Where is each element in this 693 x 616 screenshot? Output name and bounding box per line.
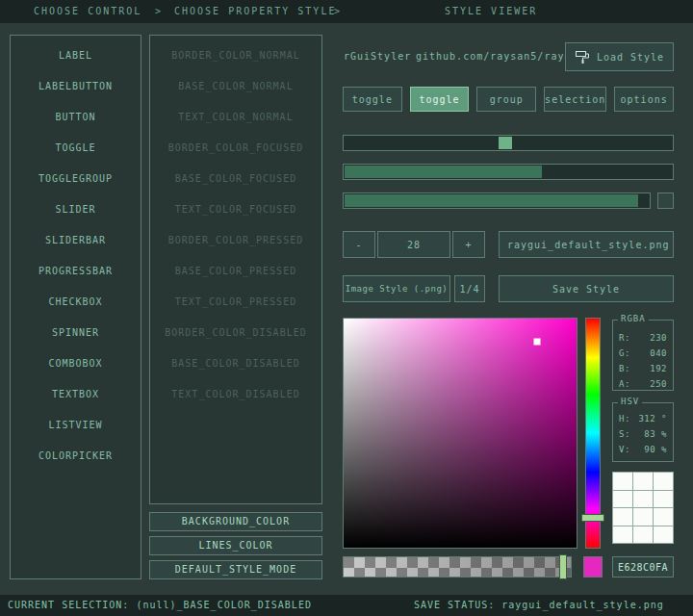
spinner-increment-button[interactable]: + xyxy=(452,231,485,258)
palette-cell[interactable] xyxy=(654,526,673,544)
palette-cell[interactable] xyxy=(633,473,653,490)
control-list-item-combobox[interactable]: COMBOBOX xyxy=(11,348,141,379)
status-bar: CURRENT SELECTION: (null)_BASE_COLOR_DIS… xyxy=(0,595,693,616)
property-item-border-color-pressed[interactable]: BORDER_COLOR_PRESSED xyxy=(150,225,321,256)
current-color-swatch xyxy=(583,556,603,578)
palette-cell[interactable] xyxy=(633,508,653,526)
property-item-border-color-disabled[interactable]: BORDER_COLOR_DISABLED xyxy=(150,318,321,348)
palette-cell[interactable] xyxy=(633,491,653,508)
section-title-style-viewer: STYLE VIEWER xyxy=(445,0,537,23)
section-header-bar: CHOOSE CONTROL > CHOOSE PROPERTY STYLE >… xyxy=(0,0,693,23)
spinner-value-box[interactable]: 28 xyxy=(377,231,450,258)
hue-value: 312 xyxy=(638,414,655,424)
control-list-item-colorpicker[interactable]: COLORPICKER xyxy=(11,441,141,472)
save-style-button[interactable]: Save Style xyxy=(499,275,674,302)
background-color-button[interactable]: BACKGROUND_COLOR xyxy=(149,512,322,531)
control-list-item-checkbox[interactable]: CHECKBOX xyxy=(11,287,141,318)
control-list-item-textbox[interactable]: TEXTBOX xyxy=(11,379,141,410)
alpha-handle[interactable] xyxy=(559,554,567,579)
val-unit: % xyxy=(661,445,667,454)
lines-color-button[interactable]: LINES_COLOR xyxy=(149,536,322,555)
property-item-text-color-disabled[interactable]: TEXT_COLOR_DISABLED xyxy=(150,379,321,410)
property-item-border-color-focused[interactable]: BORDER_COLOR_FOCUSED xyxy=(150,133,321,164)
hue-bar[interactable] xyxy=(585,318,601,549)
hsv-title: HSV xyxy=(618,397,642,406)
control-list-item-listview[interactable]: LISTVIEW xyxy=(11,410,141,441)
property-item-base-color-focused[interactable]: BASE_COLOR_FOCUSED xyxy=(150,164,321,194)
val-label: V: xyxy=(619,442,630,457)
section-title-choose-property-style: CHOOSE PROPERTY STYLE xyxy=(174,0,336,23)
style-filename-input[interactable]: raygui_default_style.png xyxy=(499,231,674,258)
control-list-item-label[interactable]: LABEL xyxy=(11,40,141,71)
slider-demo[interactable] xyxy=(343,135,674,151)
progressbar-fill xyxy=(345,194,638,207)
rguistyler-window: CHOOSE CONTROL > CHOOSE PROPERTY STYLE >… xyxy=(0,0,693,616)
rgba-title: RGBA xyxy=(618,314,649,323)
property-item-text-color-focused[interactable]: TEXT_COLOR_FOCUSED xyxy=(150,194,321,225)
color-palette-grid xyxy=(612,472,674,544)
default-style-mode-button[interactable]: DEFAULT_STYLE_MODE xyxy=(149,560,322,579)
progressbar-demo xyxy=(343,192,651,209)
property-item-text-color-pressed[interactable]: TEXT_COLOR_PRESSED xyxy=(150,287,321,318)
control-list-item-spinner[interactable]: SPINNER xyxy=(11,318,141,348)
paint-roller-icon xyxy=(575,49,590,64)
toggle-group-button[interactable]: toggle xyxy=(343,87,402,112)
property-item-base-color-disabled[interactable]: BASE_COLOR_DISABLED xyxy=(150,348,321,379)
palette-cell[interactable] xyxy=(654,473,673,490)
palette-cell[interactable] xyxy=(654,508,673,526)
green-label: G: xyxy=(619,346,630,361)
controls-list: LABEL LABELBUTTON BUTTON TOGGLE TOGGLEGR… xyxy=(10,35,141,579)
palette-cell[interactable] xyxy=(613,526,632,544)
save-status: SAVE STATUS: raygui_default_style.png xyxy=(414,595,664,616)
toggle-group-button[interactable]: options xyxy=(614,87,674,112)
repo-link: github.com/raysan5/raygui xyxy=(416,51,585,62)
hue-unit: ° xyxy=(661,414,667,424)
picker-cursor[interactable] xyxy=(533,338,540,345)
red-value: 230 xyxy=(650,330,667,346)
control-list-item-labelbutton[interactable]: LABELBUTTON xyxy=(11,71,141,102)
sat-unit: % xyxy=(661,429,667,439)
property-item-border-color-normal[interactable]: BORDER_COLOR_NORMAL xyxy=(150,40,321,71)
hsv-groupbox: HSV H:312 ° S:83 % V:90 % xyxy=(612,402,674,462)
slider-handle[interactable] xyxy=(499,137,512,149)
sliderbar-fill xyxy=(345,166,542,178)
palette-cell[interactable] xyxy=(654,491,673,508)
control-list-item-progressbar[interactable]: PROGRESSBAR xyxy=(11,256,141,287)
control-list-item-toggle[interactable]: TOGGLE xyxy=(11,133,141,164)
toggle-group-button[interactable]: group xyxy=(476,87,536,112)
saturation-value-gradient[interactable] xyxy=(343,318,578,549)
palette-cell[interactable] xyxy=(613,508,632,526)
load-style-button[interactable]: Load Style xyxy=(565,42,674,71)
sliderbar-demo[interactable] xyxy=(343,164,674,180)
spinner-decrement-button[interactable]: - xyxy=(343,231,375,258)
hex-value-box[interactable]: E628C0FA xyxy=(612,556,674,578)
control-list-item-sliderbar[interactable]: SLIDERBAR xyxy=(11,225,141,256)
alpha-bar[interactable] xyxy=(343,556,572,578)
checkbox-demo[interactable] xyxy=(657,192,674,209)
toggle-group: toggle toggle group selection options xyxy=(343,87,674,112)
ratio-button[interactable]: 1/4 xyxy=(454,275,485,302)
control-list-item-togglegroup[interactable]: TOGGLEGROUP xyxy=(11,164,141,194)
property-item-base-color-normal[interactable]: BASE_COLOR_NORMAL xyxy=(150,71,321,102)
palette-cell[interactable] xyxy=(633,526,653,544)
toggle-group-button[interactable]: selection xyxy=(544,87,606,112)
toggle-group-button[interactable]: toggle xyxy=(410,87,470,112)
load-style-label: Load Style xyxy=(597,52,664,63)
control-list-item-slider[interactable]: SLIDER xyxy=(11,194,141,225)
alpha-label: A: xyxy=(619,376,630,392)
property-item-text-color-normal[interactable]: TEXT_COLOR_NORMAL xyxy=(150,102,321,133)
image-style-button[interactable]: Image Style (.png) xyxy=(343,275,450,302)
control-list-item-button[interactable]: BUTTON xyxy=(11,102,141,133)
alpha-value: 250 xyxy=(650,376,667,392)
app-title: rGuiStyler xyxy=(344,51,411,62)
blue-label: B: xyxy=(619,361,630,376)
palette-cell[interactable] xyxy=(613,491,632,508)
section-title-choose-control: CHOOSE CONTROL xyxy=(34,0,141,23)
chevron-right-icon: > xyxy=(334,0,342,23)
palette-cell[interactable] xyxy=(613,473,632,490)
rgba-groupbox: RGBA R:230 G:040 B:192 A:250 xyxy=(612,320,674,391)
property-item-base-color-pressed[interactable]: BASE_COLOR_PRESSED xyxy=(150,256,321,287)
blue-value: 192 xyxy=(650,361,667,376)
chevron-right-icon: > xyxy=(155,0,163,23)
sat-label: S: xyxy=(619,426,630,442)
